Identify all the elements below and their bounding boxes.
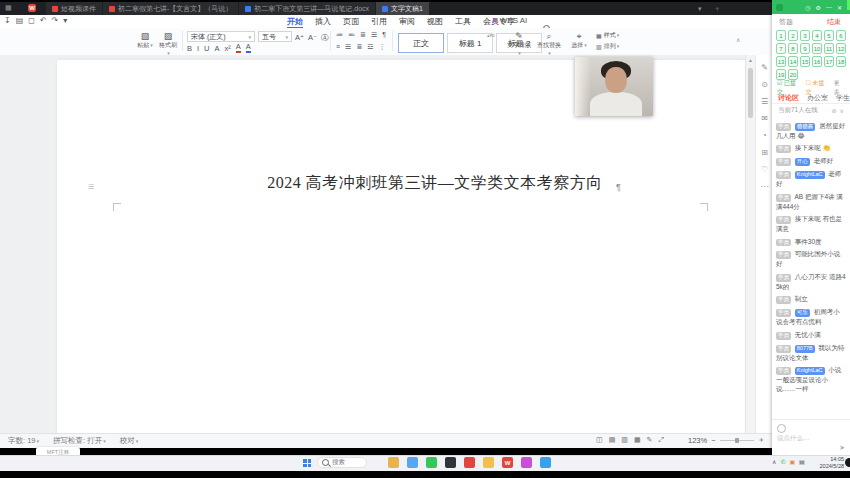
- wps-logo[interactable]: W: [28, 4, 36, 12]
- sidebar-tab[interactable]: 办公室: [807, 93, 828, 103]
- status-item[interactable]: 拼写检查: 打开: [53, 436, 106, 446]
- paragraph-icon[interactable]: ¶: [382, 31, 386, 39]
- vertical-scrollbar[interactable]: ▲: [745, 55, 755, 433]
- alignment-icon[interactable]: ≡: [336, 43, 340, 51]
- taskbar-app-icon[interactable]: [445, 457, 456, 468]
- menu-tab[interactable]: 插入: [315, 16, 331, 27]
- document-tab[interactable]: 初二寒下语文第三讲—马说笔记.docx: [239, 2, 375, 15]
- zoom-slider[interactable]: [720, 440, 754, 441]
- taskbar-app-icon[interactable]: [426, 457, 437, 468]
- style-preset[interactable]: 正文: [398, 33, 444, 53]
- panel-tool-icon[interactable]: ✉: [761, 114, 768, 123]
- tray-icon[interactable]: ∧: [772, 458, 776, 465]
- font-tool-icon[interactable]: Ⓐ: [321, 34, 329, 42]
- end-button[interactable]: 结束: [827, 17, 841, 27]
- ribbon-tool-button[interactable]: ⌖ 选择: [566, 31, 592, 56]
- view-mode-icon[interactable]: ▦: [634, 436, 641, 444]
- panel-tool-icon[interactable]: ◔: [762, 131, 767, 140]
- alignment-icon[interactable]: ☲: [367, 43, 373, 51]
- emoji-icon[interactable]: [777, 424, 786, 433]
- char-format-icon[interactable]: A: [246, 43, 251, 53]
- styles-scroll-arrows[interactable]: ▴▾≡: [487, 32, 493, 38]
- quick-access-icon[interactable]: ◻: [28, 16, 35, 26]
- app-menu-icon[interactable]: ▦: [5, 4, 13, 12]
- answer-number-chip[interactable]: 13: [776, 56, 786, 67]
- menu-tab[interactable]: 开始: [287, 16, 303, 27]
- sidebar-tab[interactable]: 学生: [836, 93, 850, 103]
- panel-tool-icon[interactable]: ⋯: [761, 182, 769, 191]
- document-tab[interactable]: 短视频课件: [46, 2, 102, 15]
- compact-tool-button[interactable]: ▦ 样式: [596, 31, 619, 40]
- document-tab[interactable]: 文字文稿1: [376, 2, 429, 15]
- chat-input-area[interactable]: 说点什么… ➤: [772, 419, 850, 455]
- compact-tool-button[interactable]: ▥ 排列: [596, 42, 619, 51]
- font-size-select[interactable]: 五号: [258, 31, 292, 42]
- tray-icon[interactable]: ✆: [780, 458, 785, 465]
- ribbon-tool-button[interactable]: ✎ 文字排版: [506, 31, 532, 56]
- taskbar-app-icon[interactable]: [388, 457, 399, 468]
- tray-icon[interactable]: ▤: [799, 458, 805, 465]
- taskbar-app-icon[interactable]: W: [502, 457, 513, 468]
- char-format-icon[interactable]: A: [236, 43, 241, 53]
- chat-message-list[interactable]: 学员 糖糖酱 居然挺好几人用 😂 学员 接下来呢 👏 学员 开心 老师好 学员 …: [776, 118, 846, 397]
- answer-number-chip[interactable]: 7: [776, 43, 786, 54]
- font-tool-icon[interactable]: A⁺: [295, 34, 304, 42]
- view-mode-icon[interactable]: ✎: [647, 436, 653, 444]
- header-icon[interactable]: ✕: [837, 4, 842, 11]
- quick-access-icon[interactable]: ↶: [40, 16, 47, 26]
- menu-tab[interactable]: 页面: [343, 16, 359, 27]
- zoom-level[interactable]: 123%: [688, 436, 707, 445]
- answer-number-chip[interactable]: 11: [824, 43, 834, 54]
- quick-access-icon[interactable]: ▤: [16, 16, 24, 26]
- paragraph-icon[interactable]: ≕: [348, 31, 355, 39]
- answer-number-chip[interactable]: 3: [800, 30, 810, 41]
- document-title-text[interactable]: 2024 高考冲刺班第三讲—文学类文本考察方向: [240, 173, 630, 194]
- paragraph-handle-icon[interactable]: ☰: [88, 183, 94, 191]
- quick-access-icon[interactable]: ▾: [63, 16, 67, 26]
- tab-overflow-controls[interactable]: ▾ ＋: [698, 4, 725, 14]
- char-format-icon[interactable]: I: [197, 45, 199, 53]
- alignment-icon[interactable]: ⋮: [379, 43, 386, 51]
- paste-button[interactable]: ▧ 粘贴: [136, 31, 154, 50]
- paragraph-icon[interactable]: ☰: [371, 31, 377, 39]
- font-name-select[interactable]: 宋体 (正文): [187, 31, 255, 42]
- status-item[interactable]: 校对: [120, 436, 139, 446]
- answer-number-chip[interactable]: 17: [824, 56, 834, 67]
- paragraph-icon[interactable]: ≔: [336, 31, 343, 39]
- answer-number-chip[interactable]: 1: [776, 30, 786, 41]
- menu-tab[interactable]: 审阅: [399, 16, 415, 27]
- panel-tool-icon[interactable]: ☰: [761, 97, 768, 106]
- header-icon[interactable]: ⚙: [816, 4, 821, 11]
- view-mode-icon[interactable]: ◫: [596, 436, 603, 444]
- sidebar-tab[interactable]: 讨论区: [778, 93, 799, 103]
- view-mode-icon[interactable]: ▥: [621, 436, 628, 444]
- start-button[interactable]: [303, 459, 311, 467]
- panel-tool-icon[interactable]: ⊙: [761, 80, 768, 89]
- answer-number-chip[interactable]: 16: [812, 56, 822, 67]
- zoom-in-button[interactable]: ＋: [758, 435, 766, 445]
- status-item[interactable]: 字数: 19: [8, 436, 39, 446]
- scrollbar-thumb[interactable]: [748, 68, 753, 118]
- answer-number-chip[interactable]: 9: [800, 43, 810, 54]
- taskbar-app-icon[interactable]: [464, 457, 475, 468]
- answer-number-chip[interactable]: 5: [824, 30, 834, 41]
- alignment-icon[interactable]: ☰: [345, 43, 351, 51]
- view-mode-icon[interactable]: ▤: [609, 436, 616, 444]
- document-tab[interactable]: 初二寒假第七讲-【文言文】（马说）: [103, 2, 238, 15]
- wps-ai-button[interactable]: A WPS AI: [492, 16, 527, 25]
- tray-icon[interactable]: ▣: [789, 458, 795, 465]
- alignment-icon[interactable]: ≣: [356, 43, 362, 51]
- taskbar-search[interactable]: 搜索: [317, 457, 367, 468]
- paragraph-icon[interactable]: ≣: [360, 31, 366, 39]
- quick-access-icon[interactable]: ↧: [4, 16, 11, 26]
- menu-tab[interactable]: 引用: [371, 16, 387, 27]
- format-painter-button[interactable]: ▨ 格式刷: [158, 31, 178, 56]
- send-icon[interactable]: ➤: [839, 444, 845, 452]
- char-format-icon[interactable]: B: [187, 45, 192, 53]
- answer-number-chip[interactable]: 6: [836, 30, 846, 41]
- panel-tool-icon[interactable]: ♡: [761, 165, 768, 174]
- char-format-icon[interactable]: U: [204, 45, 209, 53]
- answer-number-chip[interactable]: 18: [836, 56, 846, 67]
- menu-tab[interactable]: 工具: [455, 16, 471, 27]
- ribbon-tool-button[interactable]: ⌕ 查找替换: [536, 31, 562, 56]
